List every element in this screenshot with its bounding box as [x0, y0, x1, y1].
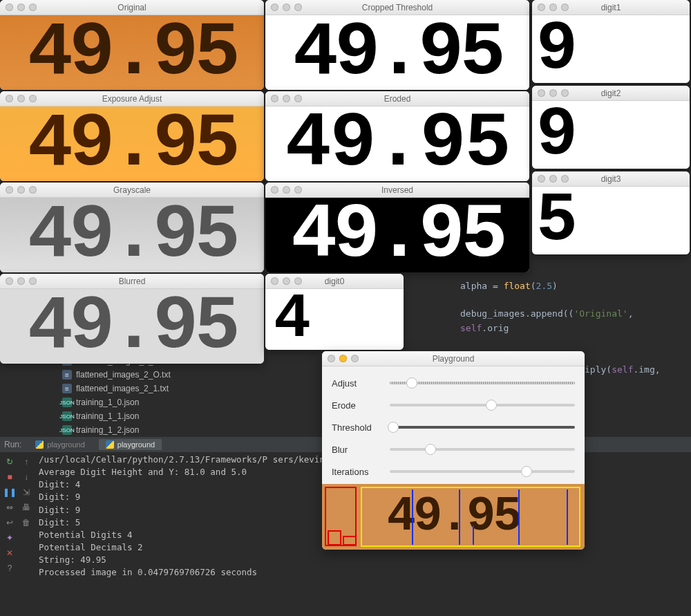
slider-track[interactable] — [390, 448, 575, 451]
text-file-icon: ≡ — [62, 384, 72, 393]
up-icon[interactable]: ↑ — [19, 455, 33, 469]
window-exposure[interactable]: Exposure Adjust 49.95 — [0, 91, 264, 181]
link-icon[interactable]: ⇔ — [3, 501, 17, 514]
slider-erode[interactable]: Erode — [332, 394, 575, 416]
tree-item[interactable]: JSONtraining_1_1.json — [62, 409, 171, 423]
tree-item-label: training_1_2.json — [76, 425, 139, 435]
slider-group: Adjust Erode Threshold Blur Iterations — [322, 366, 585, 484]
image-inversed: 49.95 — [265, 198, 529, 272]
image-digit1: 9 — [532, 15, 690, 83]
slider-track[interactable] — [390, 426, 575, 429]
window-grayscale[interactable]: Grayscale 49.95 — [0, 183, 264, 272]
python-icon — [106, 440, 114, 449]
run-tab-inactive[interactable]: playground — [28, 439, 91, 450]
slider-label: Iterations — [332, 467, 381, 477]
window-digit1[interactable]: digit1 9 — [532, 0, 690, 83]
slider-thumb[interactable] — [486, 400, 497, 411]
console-line: String: 49.95 — [39, 554, 687, 566]
window-title: Eroded — [265, 94, 529, 104]
editor-line — [460, 335, 687, 349]
titlebar[interactable]: Original — [0, 0, 264, 15]
slider-thumb[interactable] — [425, 444, 436, 455]
window-inversed[interactable]: Inversed 49.95 — [265, 183, 529, 272]
stop-icon[interactable]: ■ — [3, 470, 17, 484]
slider-label: Threshold — [332, 422, 381, 433]
window-eroded[interactable]: Eroded 49.95 — [265, 91, 529, 181]
image-digit0: 4 — [265, 289, 404, 350]
slider-label: Erode — [332, 400, 381, 411]
export-icon[interactable]: ⇲ — [19, 485, 33, 499]
image-blurred: 49.95 — [0, 289, 264, 364]
project-tree[interactable]: ≡flattened_images_1_4.txt ≡flattened_ima… — [62, 354, 171, 437]
settings-icon[interactable]: ✦ — [3, 531, 17, 545]
slider-track[interactable] — [390, 470, 575, 473]
tree-item[interactable]: JSONtraining_1_2.json — [62, 423, 171, 437]
slider-label: Blur — [332, 445, 381, 455]
tree-item-label: training_1_1.json — [76, 411, 139, 421]
image-threshold: 49.95 — [265, 15, 529, 90]
slider-thumb[interactable] — [388, 422, 399, 433]
window-title: Blurred — [0, 277, 264, 286]
panel-title: Playground — [322, 354, 585, 364]
traffic-lights[interactable] — [6, 3, 37, 11]
run-gutter: ↻↑ ■↓ ❚❚⇲ ⇔🖶 ↩🗑 ✦ ✕ ? — [0, 454, 36, 577]
window-original[interactable]: Original 49.95 — [0, 0, 264, 90]
image-exposure: 49.95 — [0, 106, 264, 181]
help-icon[interactable]: ? — [3, 561, 17, 575]
window-title: Grayscale — [0, 185, 264, 195]
image-digit2: 9 — [532, 101, 690, 169]
window-title: Original — [0, 3, 264, 12]
tree-item-label: training_1_0.json — [76, 398, 139, 407]
editor-line: debug_images.append(('Original', self.or… — [460, 307, 687, 335]
detect-line-blue — [459, 489, 460, 545]
slider-track[interactable] — [390, 382, 575, 384]
editor-line — [460, 293, 687, 307]
playground-preview: 49.95 — [322, 484, 585, 550]
image-eroded: 49.95 — [265, 106, 529, 181]
wrap-icon[interactable]: ↩ — [3, 516, 17, 530]
tree-item[interactable]: JSONtraining_1_0.json — [62, 395, 171, 409]
run-tab-active[interactable]: playground — [99, 439, 162, 450]
json-file-icon: JSON — [62, 425, 72, 435]
detect-line-blue — [412, 489, 413, 545]
tree-item[interactable]: ≡flattened_images_2_O.txt — [62, 368, 171, 382]
json-file-icon: JSON — [62, 398, 72, 407]
traffic-lights[interactable] — [328, 355, 359, 362]
playground-panel[interactable]: Playground Adjust Erode Threshold Blur I… — [322, 351, 585, 550]
trash-icon[interactable]: 🗑 — [19, 516, 33, 530]
detect-line-blue — [518, 489, 520, 545]
slider-blur[interactable]: Blur — [332, 438, 575, 460]
python-icon — [35, 440, 44, 449]
window-title: Cropped Threshold — [265, 3, 529, 12]
tree-item[interactable]: ≡flattened_images_2_1.txt — [62, 382, 171, 395]
slider-thumb[interactable] — [406, 377, 417, 389]
window-title: Inversed — [265, 185, 529, 195]
pause-icon[interactable]: ❚❚ — [3, 485, 17, 499]
image-original: 49.95 — [0, 15, 264, 90]
console-line: Processed image in 0.0479769706726 secon… — [39, 566, 687, 579]
window-threshold[interactable]: Cropped Threshold 49.95 — [265, 0, 529, 90]
detect-box-red — [328, 530, 341, 545]
slider-adjust[interactable]: Adjust — [332, 372, 575, 394]
image-grayscale: 49.95 — [0, 198, 264, 272]
image-digit3: 5 — [532, 187, 690, 254]
close-icon[interactable]: ✕ — [3, 546, 17, 560]
window-title: Exposure Adjust — [0, 94, 264, 104]
rerun-icon[interactable]: ↻ — [3, 455, 17, 469]
titlebar[interactable]: Playground — [322, 351, 585, 366]
slider-threshold[interactable]: Threshold — [332, 416, 575, 438]
text-file-icon: ≡ — [62, 370, 72, 380]
window-digit0[interactable]: digit0 4 — [265, 274, 404, 350]
down-icon[interactable]: ↓ — [19, 470, 33, 484]
slider-label: Adjust — [332, 378, 381, 389]
window-digit3[interactable]: digit3 5 — [532, 171, 690, 254]
tree-item-label: flattened_images_2_1.txt — [76, 384, 169, 393]
slider-track[interactable] — [390, 404, 575, 407]
print-icon[interactable]: 🖶 — [19, 501, 33, 514]
detect-box-yellow — [361, 487, 580, 547]
slider-iterations[interactable]: Iterations — [332, 460, 575, 483]
slider-thumb[interactable] — [521, 466, 532, 477]
window-blurred[interactable]: Blurred 49.95 — [0, 274, 264, 364]
detect-line-blue — [473, 525, 474, 545]
window-digit2[interactable]: digit2 9 — [532, 86, 690, 169]
